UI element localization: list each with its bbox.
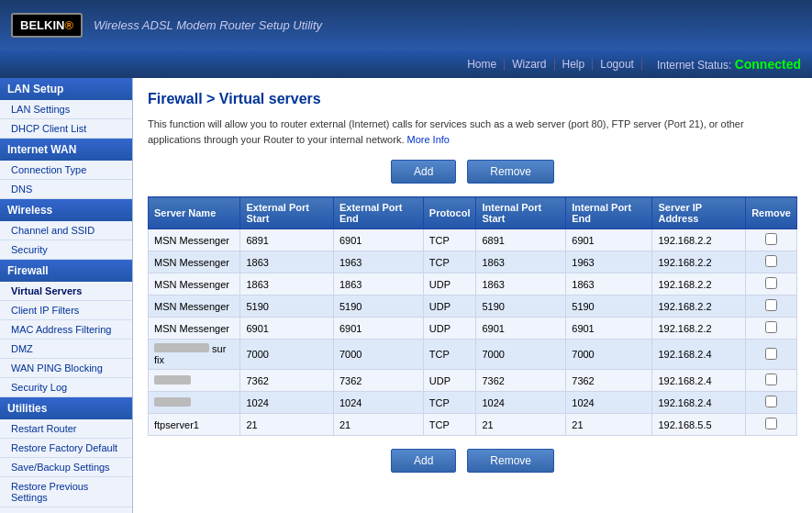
sidebar-item-security[interactable]: Security	[0, 240, 132, 260]
table-cell: 6891	[476, 229, 566, 251]
remove-checkbox[interactable]	[765, 374, 777, 385]
table-cell: 1024	[566, 392, 652, 414]
sidebar-section-lan-setup[interactable]: LAN Setup	[0, 78, 132, 100]
sidebar-item-restore-previous-settings[interactable]: Restore Previous Settings	[0, 477, 132, 507]
internet-status: Internet Status: Connected	[657, 57, 801, 72]
virtual-servers-table: Server Name External Port Start External…	[148, 196, 797, 436]
add-button-bottom[interactable]: Add	[391, 449, 456, 473]
table-cell: 6901	[240, 318, 334, 340]
table-cell: 1863	[566, 273, 652, 296]
table-cell: UDP	[423, 296, 476, 318]
remove-checkbox-cell[interactable]	[746, 229, 797, 251]
table-row: 10241024TCP10241024192.168.2.4	[149, 392, 797, 414]
col-header-remove: Remove	[746, 197, 797, 229]
table-cell: 7362	[240, 370, 334, 392]
table-cell	[149, 370, 240, 392]
table-cell: 21	[240, 414, 334, 436]
sidebar-section-firewall[interactable]: Firewall	[0, 260, 132, 282]
sidebar-item-channel-ssid[interactable]: Channel and SSID	[0, 221, 132, 240]
header-top: BELKIN® Wireless ADSL Modem Router Setup…	[0, 0, 812, 50]
sidebar-section-wireless[interactable]: Wireless	[0, 199, 132, 221]
table-cell: 192.168.2.4	[652, 392, 746, 414]
table-cell: 1963	[333, 251, 423, 273]
remove-checkbox[interactable]	[765, 418, 777, 429]
nav-wizard[interactable]: Wizard	[505, 58, 554, 71]
remove-checkbox-cell[interactable]	[746, 318, 797, 340]
table-cell: 192.168.2.2	[652, 251, 746, 273]
table-cell: 7000	[476, 340, 566, 370]
sidebar-item-restore-factory-default[interactable]: Restore Factory Default	[0, 439, 132, 458]
sidebar-item-connection-type[interactable]: Connection Type	[0, 161, 132, 180]
remove-checkbox[interactable]	[765, 299, 777, 311]
table-cell: 5190	[566, 296, 652, 318]
sidebar-item-dmz[interactable]: DMZ	[0, 340, 132, 359]
table-cell: 21	[333, 414, 423, 436]
remove-checkbox-cell[interactable]	[746, 296, 797, 318]
remove-checkbox-cell[interactable]	[746, 340, 797, 370]
main-layout: LAN Setup LAN Settings DHCP Client List …	[0, 78, 812, 513]
sidebar-item-virtual-servers[interactable]: Virtual Servers	[0, 282, 132, 301]
col-header-server-name: Server Name	[149, 197, 240, 229]
remove-checkbox[interactable]	[765, 255, 777, 267]
nav-logout[interactable]: Logout	[593, 58, 642, 71]
sidebar-item-security-log[interactable]: Security Log	[0, 378, 132, 397]
remove-checkbox-cell[interactable]	[746, 414, 797, 436]
remove-checkbox[interactable]	[765, 396, 777, 407]
table-cell: 192.168.2.2	[652, 296, 746, 318]
page-title: Firewall > Virtual servers	[148, 91, 797, 107]
sidebar-item-dhcp-client-list[interactable]: DHCP Client List	[0, 119, 132, 139]
remove-checkbox[interactable]	[765, 348, 777, 360]
table-cell: TCP	[423, 340, 476, 370]
sidebar-item-client-ip-filters[interactable]: Client IP Filters	[0, 301, 132, 320]
more-info-link[interactable]: More Info	[407, 134, 450, 145]
remove-checkbox[interactable]	[765, 277, 777, 289]
table-cell: 7362	[333, 370, 423, 392]
table-cell: MSN Messenger	[149, 229, 240, 251]
table-row: sur fix70007000TCP70007000192.168.2.4	[149, 340, 797, 370]
table-cell: 1024	[240, 392, 334, 414]
table-cell: MSN Messenger	[149, 296, 240, 318]
table-cell	[149, 392, 240, 414]
table-cell: 192.168.2.2	[652, 318, 746, 340]
remove-checkbox[interactable]	[765, 233, 777, 245]
table-cell: 1963	[566, 251, 652, 273]
remove-checkbox-cell[interactable]	[746, 273, 797, 296]
table-cell: 21	[476, 414, 566, 436]
header-tagline: Wireless ADSL Modem Router Setup Utility	[94, 18, 322, 32]
table-cell: TCP	[423, 414, 476, 436]
table-cell: sur fix	[149, 340, 240, 370]
sidebar-section-utilities[interactable]: Utilities	[0, 397, 132, 419]
table-cell: TCP	[423, 229, 476, 251]
table-cell: 192.168.2.2	[652, 273, 746, 296]
nav-help[interactable]: Help	[555, 58, 594, 71]
sidebar-section-internet-wan[interactable]: Internet WAN	[0, 139, 132, 161]
sidebar-item-lan-settings[interactable]: LAN Settings	[0, 100, 132, 119]
table-cell: 192.168.5.5	[652, 414, 746, 436]
sidebar: LAN Setup LAN Settings DHCP Client List …	[0, 78, 133, 513]
remove-checkbox-cell[interactable]	[746, 251, 797, 273]
sidebar-item-wan-ping-blocking[interactable]: WAN PING Blocking	[0, 359, 132, 378]
table-cell: 7362	[566, 370, 652, 392]
table-row: MSN Messenger18631963TCP18631963192.168.…	[149, 251, 797, 273]
table-cell: 5190	[476, 296, 566, 318]
table-cell: 7000	[566, 340, 652, 370]
remove-checkbox[interactable]	[765, 321, 777, 333]
remove-checkbox-cell[interactable]	[746, 392, 797, 414]
table-cell: 7362	[476, 370, 566, 392]
nav-home[interactable]: Home	[460, 58, 505, 71]
table-cell: UDP	[423, 370, 476, 392]
remove-button-bottom[interactable]: Remove	[467, 449, 554, 473]
remove-checkbox-cell[interactable]	[746, 370, 797, 392]
sidebar-item-firmware-updates[interactable]: Firmware Updates	[0, 507, 132, 513]
col-header-server-ip: Server IP Address	[652, 197, 746, 229]
remove-button-top[interactable]: Remove	[467, 160, 554, 184]
sidebar-item-save-backup-settings[interactable]: Save/Backup Settings	[0, 458, 132, 477]
sidebar-item-mac-address-filtering[interactable]: MAC Address Filtering	[0, 320, 132, 340]
table-cell: 6901	[566, 229, 652, 251]
col-header-protocol: Protocol	[423, 197, 476, 229]
sidebar-item-dns[interactable]: DNS	[0, 180, 132, 199]
table-cell: 1024	[476, 392, 566, 414]
header-nav: Home Wizard Help Logout Internet Status:…	[0, 50, 812, 78]
add-button-top[interactable]: Add	[391, 160, 456, 184]
sidebar-item-restart-router[interactable]: Restart Router	[0, 419, 132, 439]
